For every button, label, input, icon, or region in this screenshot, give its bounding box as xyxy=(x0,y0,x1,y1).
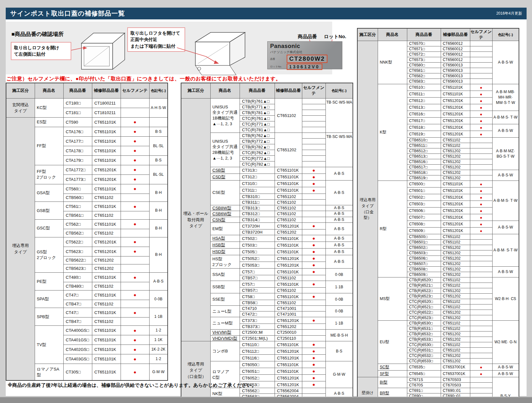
model-name-cell: FF型 2ブロック xyxy=(35,165,63,184)
product-number-cell: CTB480□ xyxy=(63,282,92,290)
selfmaint-dot-icon: ● xyxy=(312,342,315,347)
selfmaint-dot-icon: ● xyxy=(133,249,136,254)
color-code-cell: 1·1B xyxy=(149,308,168,326)
product-number-cell: CT503□ xyxy=(240,242,275,249)
selfmaint-cell: ● xyxy=(470,214,492,221)
selfmaint-cell: ● xyxy=(470,221,492,228)
repair-part-number-cell: CT651101K xyxy=(92,326,121,335)
product-number-cell: CTC(R)772▲□ xyxy=(240,155,275,161)
product-number-cell: CTB6518□ xyxy=(407,170,441,175)
selfmaint-dot-icon: ● xyxy=(480,92,482,97)
repair-part-number-cell: CT651202 xyxy=(441,159,470,165)
color-code-cell: A·B·M· S·T·W xyxy=(492,234,519,267)
repair-part-number-cell: CT651101K xyxy=(92,219,121,229)
product-number-cell: CTC(R)6532□ xyxy=(407,353,441,359)
selfmaint-cell xyxy=(302,104,326,110)
product-number-cell: CTC(R)6522□ xyxy=(407,310,441,315)
callout-left-side-label: 取り出しロフタを開け て左側面に貼付 xyxy=(11,42,71,60)
selfmaint-cell: ● xyxy=(470,98,492,104)
selfmaint-cell xyxy=(470,57,492,63)
repair-part-number-cell: CT651101K xyxy=(275,249,302,255)
model-name-cell: CSD型 xyxy=(210,174,240,180)
model-name-cell: コンポB xyxy=(210,341,240,361)
selfmaint-cell: ● xyxy=(302,293,326,300)
selfmaint-cell: ● xyxy=(302,187,326,194)
repair-part-number-cell: CT651201K xyxy=(441,118,470,124)
selfmaint-dot-icon: ● xyxy=(133,337,136,343)
selfmaint-cell: ● xyxy=(121,326,149,335)
model-name-cell: BI型 xyxy=(378,377,407,388)
product-number-cell: CT6502□ xyxy=(407,194,441,201)
product-number-cell: CTB(R)761▲□ xyxy=(240,98,275,104)
table-row: 埋込専用 タイプES型CT590CT651101K● xyxy=(6,117,168,127)
product-number-cell: CTB313□ xyxy=(240,205,275,211)
selfmaint-cell xyxy=(470,304,492,310)
product-number-cell: CTA178□ xyxy=(63,146,92,155)
selfmaint-cell xyxy=(470,138,492,143)
selfmaint-cell xyxy=(302,311,326,317)
column-header: 色記号(□) xyxy=(492,28,519,41)
column-header: 商品品番 xyxy=(63,83,92,98)
model-name-cell: FF型 xyxy=(35,127,63,165)
product-number-cell: CTC(R)762▲□ xyxy=(240,150,275,155)
color-code-cell: BL·SL xyxy=(149,136,168,155)
color-code-cell: A·B·S xyxy=(149,273,168,290)
product-number-cell: CTC(R)782▲□ xyxy=(240,161,275,167)
selfmaint-cell xyxy=(470,288,492,294)
column-header: 施工区分 xyxy=(6,83,35,98)
product-number-cell: CTB562□ xyxy=(63,229,92,237)
lot-number-label: ロットNo. xyxy=(324,34,346,40)
repair-part-number-cell: CT1800211 xyxy=(92,98,121,108)
selfmaint-dot-icon: ● xyxy=(480,372,482,376)
selfmaint-cell xyxy=(470,154,492,159)
repair-part-number-cell: CT651202 xyxy=(441,331,470,337)
repair-part-number-cell: CT651102 xyxy=(275,98,302,133)
repair-part-number-cell: CT651201K xyxy=(275,255,302,262)
product-number-cell: CT6509□ xyxy=(407,228,441,234)
selfmaint-cell xyxy=(470,41,492,46)
selfmaint-cell xyxy=(470,234,492,240)
selfmaint-cell: ● xyxy=(121,127,149,136)
repair-part-number-cell: CT651102 xyxy=(92,211,121,220)
table-header-row: 施工区分商品名商品品番補修部品品番セルフメンテ色記号(□) xyxy=(357,28,519,41)
product-number-cell: CT2500□M xyxy=(240,330,275,336)
selfmaint-cell: ● xyxy=(302,375,326,381)
selfmaint-dot-icon: ● xyxy=(312,262,315,268)
selfmaint-dot-icon: ● xyxy=(133,148,136,153)
model-name-cell: SF型 xyxy=(378,371,407,377)
product-number-cell: CTA179□ xyxy=(63,155,92,165)
selfmaint-cell xyxy=(470,326,492,331)
repair-part-number-cell: CT651101K xyxy=(275,187,302,194)
callout-front-center-label: 取り出しロフタを開けて 正面中央付近 または下端右側に貼付 xyxy=(127,27,185,52)
product-number-cell: CTA401GS□ xyxy=(63,335,92,345)
model-name-cell: PE型 xyxy=(35,273,63,290)
repair-part-number-cell: CT651202 xyxy=(441,315,470,321)
selfmaint-cell: ● xyxy=(470,124,492,131)
repair-part-number-cell: CT651101K xyxy=(92,184,121,194)
selfmaint-dot-icon: ● xyxy=(312,348,315,354)
selfmaint-cell xyxy=(302,330,326,336)
selfmaint-dot-icon: ● xyxy=(480,105,482,110)
product-number-cell: CT311□ xyxy=(240,187,275,194)
product-number-cell: CT6501□ xyxy=(407,188,441,194)
model-name-cell: ロマノアSA型 xyxy=(35,364,63,380)
product-number-cell: CTB6507□ xyxy=(407,261,441,267)
repair-part-number-cell: CT651201K xyxy=(441,194,470,201)
product-number-cell: CTB47□ xyxy=(63,318,92,326)
self-maintenance-notice: ご注意）セルフメンテ欄に、●印が付いた「取出口蓋」につきましては、一般のお客様に… xyxy=(6,76,281,82)
selfmaint-cell xyxy=(302,275,326,281)
model-name-cell: CSB6W型 xyxy=(210,211,240,217)
repair-part-number-cell: CT651201K xyxy=(275,262,302,269)
model-name-cell: UNISUS 全タイプ共通 2B機能記号 ▲···1, 2, 3 xyxy=(210,133,240,167)
selfmaint-cell: ● xyxy=(302,255,326,262)
model-name-cell: KC型 xyxy=(35,98,63,117)
product-number-cell: CT6517□ xyxy=(407,118,441,124)
selfmaint-cell xyxy=(121,98,149,108)
repair-part-number-cell: CT651101K xyxy=(92,146,121,155)
repair-part-number-cell: CT651102 xyxy=(92,300,121,308)
selfmaint-cell: ● xyxy=(470,84,492,91)
product-number-cell: CTB(R)6531□ xyxy=(407,326,441,331)
column-header: セルフメンテ xyxy=(470,28,492,41)
product-number-cell: CT313□ xyxy=(240,167,275,174)
repair-part-number-cell: CT651202 xyxy=(275,133,302,167)
